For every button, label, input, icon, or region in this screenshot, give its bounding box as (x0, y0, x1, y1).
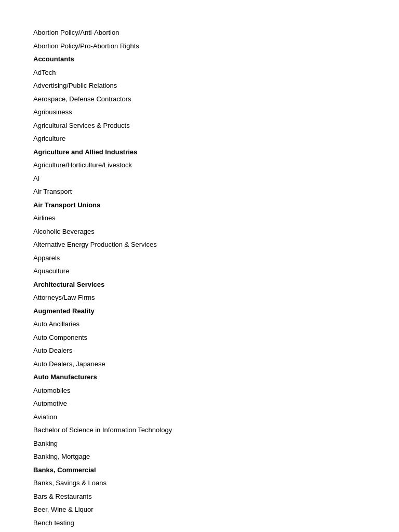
list-item[interactable]: Banks, Commercial (33, 463, 366, 477)
list-item[interactable]: AdTech (33, 66, 366, 79)
industry-list: Abortion Policy/Anti-AbortionAbortion Po… (33, 26, 366, 532)
list-item[interactable]: AI (33, 172, 366, 185)
list-item[interactable]: Agribusiness (33, 105, 366, 119)
list-item[interactable]: Beer, Wine & Liquor (33, 503, 366, 516)
list-item[interactable]: Alcoholic Beverages (33, 225, 366, 238)
list-item[interactable]: Auto Dealers (33, 344, 366, 357)
list-item[interactable]: Bars & Restaurants (33, 490, 366, 503)
list-item[interactable]: Automotive (33, 397, 366, 410)
list-item[interactable]: Airlines (33, 211, 366, 225)
list-item[interactable]: Bachelor of Science in Information Techn… (33, 423, 366, 437)
list-item[interactable]: Aquaculture (33, 264, 366, 278)
list-item[interactable]: Attorneys/Law Firms (33, 291, 366, 304)
list-item[interactable]: Banking, Mortgage (33, 450, 366, 463)
list-item[interactable]: Augmented Reality (33, 304, 366, 318)
list-item[interactable]: Banking (33, 437, 366, 450)
list-item[interactable]: Accountants (33, 52, 366, 66)
list-item[interactable]: Abortion Policy/Anti-Abortion (33, 26, 366, 39)
list-item[interactable]: Beverages - Alcoholic (33, 529, 366, 532)
list-item[interactable]: Bench testing (33, 516, 366, 530)
list-item[interactable]: Auto Components (33, 331, 366, 344)
list-item[interactable]: Air Transport (33, 185, 366, 198)
list-item[interactable]: Automobiles (33, 384, 366, 397)
list-item[interactable]: Agriculture (33, 132, 366, 145)
list-item[interactable]: Agricultural Services & Products (33, 119, 366, 132)
list-item[interactable]: Auto Dealers, Japanese (33, 357, 366, 371)
list-item[interactable]: Air Transport Unions (33, 198, 366, 212)
list-item[interactable]: Alternative Energy Production & Services (33, 238, 366, 251)
list-item[interactable]: Agriculture/Horticulture/Livestock (33, 158, 366, 172)
list-item[interactable]: Abortion Policy/Pro-Abortion Rights (33, 39, 366, 53)
list-item[interactable]: Aviation (33, 410, 366, 424)
list-item[interactable]: Apparels (33, 251, 366, 265)
list-item[interactable]: Auto Manufacturers (33, 370, 366, 384)
list-item[interactable]: Aerospace, Defense Contractors (33, 92, 366, 106)
list-item[interactable]: Banks, Savings & Loans (33, 476, 366, 490)
list-item[interactable]: Auto Ancillaries (33, 317, 366, 331)
list-item[interactable]: Advertising/Public Relations (33, 79, 366, 92)
list-item[interactable]: Architectural Services (33, 278, 366, 291)
list-item[interactable]: Agriculture and Allied Industries (33, 145, 366, 159)
